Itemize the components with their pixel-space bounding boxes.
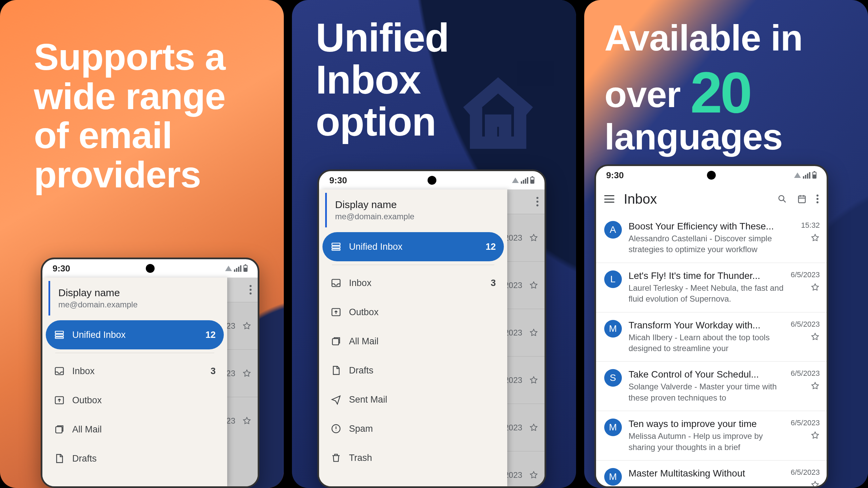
nav-item-drafts[interactable]: Drafts xyxy=(46,444,224,473)
nav-item-sent[interactable]: Sent Mail xyxy=(322,385,504,414)
overflow-menu-button[interactable] xyxy=(250,285,252,294)
nav-item-label: All Mail xyxy=(349,336,378,347)
drafts-icon xyxy=(54,453,65,464)
mail-row[interactable]: S Take Control of Your Schedul... Solang… xyxy=(596,362,827,411)
wifi-icon xyxy=(512,178,519,183)
star-icon[interactable] xyxy=(810,431,820,442)
promo-panel-providers: Supports a wide range of email providers… xyxy=(0,0,284,488)
nav-item-unified-inbox[interactable]: Unified Inbox 12 xyxy=(322,232,504,261)
star-icon[interactable] xyxy=(529,281,538,290)
nav-item-inbox[interactable]: Inbox 3 xyxy=(46,357,224,386)
avatar: S xyxy=(604,369,622,387)
mail-list[interactable]: A Boost Your Efficiency with These... Al… xyxy=(596,214,827,486)
search-icon[interactable] xyxy=(777,194,787,204)
overflow-menu-button[interactable] xyxy=(536,197,538,206)
nav-item-outbox[interactable]: Outbox xyxy=(46,386,224,415)
account-email: me@domain.example xyxy=(335,212,495,221)
nav-item-label: Outbox xyxy=(349,307,378,318)
avatar: L xyxy=(604,270,622,288)
mail-date: 6/5/2023 xyxy=(791,270,820,279)
clock: 9:30 xyxy=(329,175,347,186)
mail-preview: Alessandro Castellani - Discover simple … xyxy=(629,233,794,255)
star-icon[interactable] xyxy=(529,233,538,243)
drafts-icon xyxy=(331,365,341,376)
nav-item-count: 12 xyxy=(205,330,216,340)
nav-item-label: Inbox xyxy=(349,278,371,288)
display-name: Display name xyxy=(58,287,215,299)
appbar-title: Inbox xyxy=(624,191,657,207)
mail-subject: Master Multitasking Without xyxy=(629,468,784,479)
star-icon[interactable] xyxy=(529,423,538,432)
star-icon[interactable] xyxy=(529,375,538,385)
outbox-icon xyxy=(331,307,341,318)
account-header[interactable]: Display name me@domain.example xyxy=(325,193,501,227)
mail-row[interactable]: A Boost Your Efficiency with These... Al… xyxy=(596,214,827,263)
outbox-icon xyxy=(54,395,65,406)
app-bar: Inbox xyxy=(596,184,827,214)
status-bar: 9:30 xyxy=(42,259,258,278)
nav-item-label: Sent Mail xyxy=(349,394,387,405)
mail-date: 6/5/2023 xyxy=(791,320,820,329)
nav-item-label: Drafts xyxy=(72,453,97,464)
star-icon[interactable] xyxy=(529,470,538,480)
avatar: A xyxy=(604,221,622,239)
mail-date: 6/5/2023 xyxy=(791,468,820,477)
star-icon[interactable] xyxy=(242,321,252,331)
mail-date: 15:32 xyxy=(801,221,820,230)
camera-cutout xyxy=(428,176,436,185)
trash-icon xyxy=(331,452,341,463)
headline: Supports a wide range of email providers xyxy=(34,37,225,194)
star-icon[interactable] xyxy=(810,480,820,486)
mail-row[interactable]: M Transform Your Workday with... Micah I… xyxy=(596,312,827,362)
mail-row[interactable]: M Ten ways to improve your time Melissa … xyxy=(596,411,827,461)
star-icon[interactable] xyxy=(529,328,538,338)
calendar-icon[interactable] xyxy=(797,194,807,204)
account-header[interactable]: Display name me@domain.example xyxy=(48,281,221,316)
nav-item-label: Unified Inbox xyxy=(72,330,126,340)
battery-icon xyxy=(243,265,248,272)
mail-subject: Take Control of Your Schedul... xyxy=(629,369,784,380)
nav-item-trash[interactable]: Trash xyxy=(322,443,504,472)
mail-row[interactable]: L Let's Fly! It's time for Thunder... La… xyxy=(596,263,827,312)
status-bar: 9:30 xyxy=(596,166,827,184)
star-icon[interactable] xyxy=(810,381,820,393)
promo-panel-unified: Unified Inbox option 9:30 2023 2023 202 xyxy=(292,0,576,488)
star-icon[interactable] xyxy=(242,369,252,378)
nav-item-all-mail[interactable]: All Mail xyxy=(46,415,224,444)
overflow-menu-button[interactable] xyxy=(816,195,818,203)
nav-item-spam[interactable]: Spam xyxy=(322,414,504,443)
nav-item-all-mail[interactable]: All Mail xyxy=(322,327,504,356)
nav-item-inbox[interactable]: Inbox 3 xyxy=(322,268,504,298)
star-icon[interactable] xyxy=(810,283,820,294)
nav-item-drafts[interactable]: Drafts xyxy=(322,356,504,385)
mail-date: 6/5/2023 xyxy=(791,419,820,427)
avatar: M xyxy=(604,419,622,436)
star-icon[interactable] xyxy=(810,332,820,344)
all-mail-icon xyxy=(331,336,341,347)
nav-drawer: Display name me@domain.example Unified I… xyxy=(42,278,227,486)
nav-item-unified-inbox[interactable]: Unified Inbox 12 xyxy=(46,320,224,349)
mail-preview: Micah Ilbery - Learn about the top tools… xyxy=(629,332,784,354)
wifi-icon xyxy=(794,172,801,178)
signal-icon xyxy=(234,265,241,272)
phone-mock-drawer-tall: 9:30 2023 2023 2023 2023 2023 2023 xyxy=(317,169,546,488)
star-icon[interactable] xyxy=(810,233,820,245)
camera-cutout xyxy=(146,264,155,273)
mail-row[interactable]: M Master Multitasking Without 6/5/2023 xyxy=(596,461,827,486)
unified-inbox-icon xyxy=(54,329,65,340)
star-icon[interactable] xyxy=(242,416,252,426)
mail-preview: Solange Valverde - Master your time with… xyxy=(629,381,784,403)
camera-cutout xyxy=(707,171,716,180)
nav-item-label: Spam xyxy=(349,424,373,434)
hamburger-menu-button[interactable] xyxy=(604,195,614,203)
house-bg-icon xyxy=(454,68,542,156)
headline: Unified Inbox option xyxy=(316,17,449,143)
nav-item-label: Trash xyxy=(349,453,372,463)
nav-item-outbox[interactable]: Outbox xyxy=(322,298,504,327)
inbox-icon xyxy=(331,278,341,288)
mail-preview: Melissa Autumn - Help us improve by shar… xyxy=(629,431,784,453)
clock: 9:30 xyxy=(606,170,624,181)
mail-subject: Transform Your Workday with... xyxy=(629,320,784,331)
unified-inbox-icon xyxy=(331,241,341,252)
mail-subject: Ten ways to improve your time xyxy=(629,419,784,429)
